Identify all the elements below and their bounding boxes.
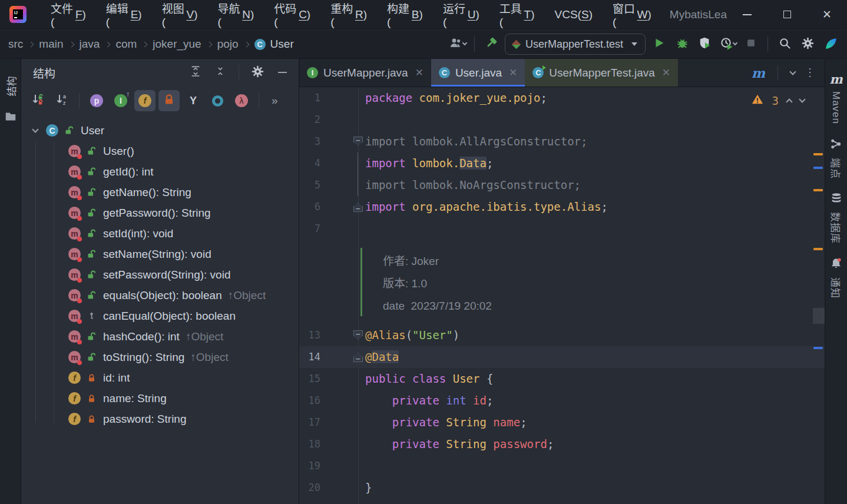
code-line-18[interactable]: 18 private String password;	[299, 433, 825, 455]
menu-item-7[interactable]: 运行(U)	[433, 0, 489, 29]
code-line-2[interactable]: 2	[299, 109, 825, 131]
close-button[interactable]: ✕	[807, 0, 847, 29]
tool-window-button-端点[interactable]: 端点	[829, 137, 843, 179]
tree-item-id-int[interactable]: fid: int	[21, 367, 299, 388]
expand-all-button[interactable]	[186, 63, 205, 82]
code-line-7[interactable]: 7	[299, 218, 825, 240]
code-line-20[interactable]: 20}	[299, 477, 825, 499]
code-line-6[interactable]: 6−import org.apache.ibatis.type.Alias;	[299, 196, 825, 218]
code-line-14[interactable]: 14−@Data	[299, 346, 825, 368]
group-methods-toggle[interactable]: Y	[183, 90, 204, 111]
tool-window-button-数据库[interactable]: 数据库	[829, 192, 843, 244]
tree-item-setName-String-void[interactable]: msetName(String): void	[21, 244, 299, 264]
editor-tab-UserMapper.java[interactable]: IUserMapper.java✕	[299, 59, 431, 87]
menu-item-4[interactable]: 代码(C)	[264, 0, 320, 29]
show-properties-toggle[interactable]: p	[86, 90, 107, 111]
chevron-up-icon[interactable]	[786, 98, 792, 105]
tree-item-canEqual-Object-boolean[interactable]: mcanEqual(Object): boolean	[21, 306, 299, 326]
menu-item-10[interactable]: 窗口(W)	[603, 0, 661, 29]
settings-button[interactable]	[798, 35, 817, 54]
more-actions-button[interactable]: »	[272, 94, 278, 107]
maven-m-icon[interactable]: m	[752, 65, 765, 81]
breadcrumb-item-joker_yue[interactable]: joker_yue	[153, 38, 201, 51]
tab-close-icon[interactable]: ✕	[509, 67, 517, 79]
show-non-public-toggle[interactable]	[158, 90, 180, 111]
warning-stripe-mark[interactable]	[813, 153, 823, 155]
minimize-button[interactable]	[727, 0, 767, 29]
coverage-button[interactable]	[696, 35, 714, 54]
search-everywhere-button[interactable]	[775, 35, 794, 54]
structure-tool-window-tab[interactable]: 结构	[3, 77, 18, 97]
run-configuration-select[interactable]: UserMapperTest.test	[505, 34, 646, 55]
breadcrumb-item-src[interactable]: src	[8, 38, 23, 51]
code-line-13[interactable]: 13−@Alias("User")	[299, 324, 825, 346]
tree-item-setId-int-void[interactable]: msetId(int): void	[21, 223, 299, 244]
tree-item-getPassword-String[interactable]: mgetPassword(): String	[21, 203, 299, 223]
code-editor[interactable]: 3 1package com.joker_yue.pojo;23−import …	[299, 87, 825, 504]
code-line-17[interactable]: 17 private String name;	[299, 412, 825, 433]
tree-item-name-String[interactable]: fname: String	[21, 388, 299, 409]
hide-panel-button[interactable]	[273, 63, 292, 82]
structure-settings-button[interactable]	[248, 63, 267, 82]
chevron-down-icon[interactable]	[29, 125, 41, 137]
menu-item-1[interactable]: 编辑(E)	[96, 0, 152, 29]
show-lambdas-toggle[interactable]: λ	[231, 90, 252, 111]
breadcrumb-item-java[interactable]: java	[80, 38, 100, 51]
menu-item-9[interactable]: VCS(S)	[545, 0, 603, 29]
tree-item-setPassword-String-void[interactable]: msetPassword(String): void	[21, 264, 299, 285]
collapse-all-button[interactable]	[211, 63, 230, 82]
warning-stripe-mark[interactable]	[813, 248, 823, 250]
kebab-menu-icon[interactable]: ⋮	[805, 70, 815, 76]
menu-item-2[interactable]: 视图(V)	[152, 0, 208, 29]
code-line-5[interactable]: 5import lombok.NoArgsConstructor;	[299, 174, 825, 196]
tree-item-User[interactable]: CUser	[21, 120, 299, 141]
code-line-16[interactable]: 16 private int id;	[299, 390, 825, 412]
menu-item-0[interactable]: 文件(F)	[41, 0, 96, 29]
band-stripe-mark[interactable]	[813, 308, 825, 324]
project-tool-window-button[interactable]	[4, 110, 17, 125]
code-line-1[interactable]: 1package com.joker_yue.pojo;	[299, 87, 825, 109]
tree-item-hashCode-int[interactable]: mhashCode(): int↑Object	[21, 326, 299, 347]
plugin-badge-button[interactable]	[821, 35, 840, 54]
tree-item-getName-String[interactable]: mgetName(): String	[21, 182, 299, 203]
menu-item-8[interactable]: 工具(T)	[489, 0, 545, 29]
breadcrumb-item-com[interactable]: com	[115, 38, 137, 51]
chevron-down-icon[interactable]	[789, 68, 796, 75]
breadcrumb-item-pojo[interactable]: pojo	[217, 38, 239, 51]
show-fields-toggle[interactable]: f	[134, 90, 155, 111]
fold-marker[interactable]: −	[353, 353, 363, 362]
maximize-button[interactable]	[767, 0, 807, 29]
menu-item-3[interactable]: 导航(N)	[208, 0, 264, 29]
code-line-4[interactable]: 4import lombok.Data;	[299, 152, 825, 174]
tree-item-equals-Object-boolean[interactable]: mequals(Object): boolean↑Object	[21, 285, 299, 306]
tab-close-icon[interactable]: ✕	[662, 67, 670, 79]
info-stripe-mark[interactable]	[813, 347, 823, 349]
sort-alphabetically-toggle[interactable]: az	[51, 90, 72, 111]
fold-marker[interactable]: −	[353, 203, 363, 212]
code-line-3[interactable]: 3−import lombok.AllArgsConstructor;	[299, 131, 825, 152]
breadcrumb-item-main[interactable]: main	[39, 38, 63, 51]
chevron-down-icon[interactable]	[799, 96, 805, 102]
profiler-button[interactable]	[719, 35, 737, 54]
tool-window-button-通知[interactable]: 通知	[829, 257, 843, 299]
show-inherited-toggle[interactable]: I↑	[110, 90, 131, 111]
tree-item-User-[interactable]: mUser()	[21, 141, 299, 161]
tree-item-getId-int[interactable]: mgetId(): int	[21, 161, 299, 182]
editor-tab-UserMapperTest.java[interactable]: CUserMapperTest.java✕	[525, 59, 678, 87]
code-line-15[interactable]: 15public class User {	[299, 368, 825, 390]
tool-window-button-Maven[interactable]: mMaven	[829, 72, 842, 124]
breadcrumb-class[interactable]: CUser	[254, 38, 294, 51]
tree-item-password-String[interactable]: fpassword: String	[21, 409, 299, 429]
editor-tab-User.java[interactable]: CUser.java✕	[431, 59, 525, 87]
tree-item-toString-String[interactable]: mtoString(): String↑Object	[21, 347, 299, 367]
menu-item-6[interactable]: 构建(B)	[377, 0, 433, 29]
stop-button[interactable]	[742, 35, 760, 54]
sort-by-visibility-toggle[interactable]	[27, 90, 48, 111]
build-button[interactable]	[482, 35, 501, 54]
show-interfaces-toggle[interactable]	[207, 90, 228, 111]
tab-close-icon[interactable]: ✕	[415, 67, 424, 79]
fold-marker[interactable]: −	[353, 137, 363, 146]
profile-button[interactable]	[448, 35, 467, 54]
run-button[interactable]	[650, 35, 669, 54]
fold-marker[interactable]: −	[353, 330, 363, 340]
